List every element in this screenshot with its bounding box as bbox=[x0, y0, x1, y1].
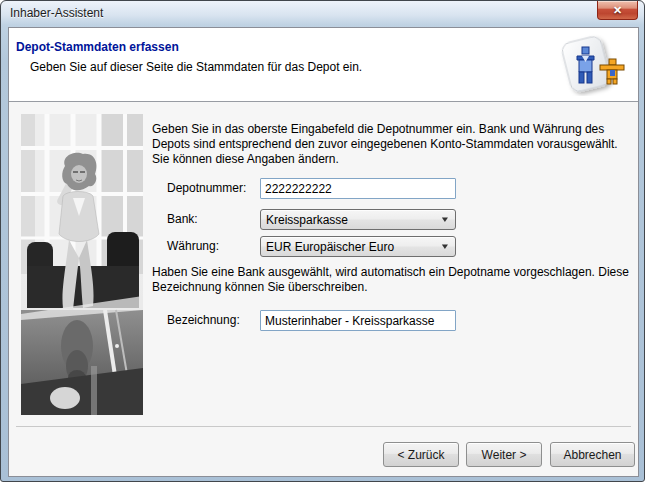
bezeichnung-label: Bezeichnung: bbox=[167, 310, 240, 331]
window-title: Inhaber-Assistent bbox=[10, 6, 103, 20]
bezeichnung-input[interactable] bbox=[260, 310, 456, 331]
title-bar[interactable]: Inhaber-Assistent ✕ bbox=[1, 1, 644, 27]
note-text: Haben Sie eine Bank ausgewählt, wird aut… bbox=[152, 265, 634, 295]
owner-photo bbox=[21, 114, 143, 415]
wizard-person-card-icon bbox=[552, 32, 630, 96]
close-icon: ✕ bbox=[613, 5, 622, 16]
depotnummer-input[interactable] bbox=[260, 178, 456, 199]
bank-select[interactable]: Kreissparkasse ▼ bbox=[260, 209, 456, 230]
chevron-down-icon: ▼ bbox=[440, 242, 452, 251]
wizard-header: Depot-Stammdaten erfassen Geben Sie auf … bbox=[9, 28, 638, 102]
bank-label: Bank: bbox=[167, 209, 198, 230]
back-button[interactable]: < Zurück bbox=[383, 442, 459, 467]
page-subtitle: Geben Sie auf dieser Seite die Stammdate… bbox=[30, 60, 362, 74]
waehrung-selected-value: EUR Europäischer Euro bbox=[266, 240, 394, 254]
cancel-button[interactable]: Abbrechen bbox=[550, 442, 635, 467]
dialog-window: Inhaber-Assistent ✕ Depot-Stammdaten erf… bbox=[0, 0, 645, 482]
close-button[interactable]: ✕ bbox=[597, 1, 638, 20]
page-title: Depot-Stammdaten erfassen bbox=[16, 40, 179, 54]
waehrung-label: Währung: bbox=[167, 236, 219, 257]
next-button[interactable]: Weiter > bbox=[466, 442, 542, 467]
chevron-down-icon: ▼ bbox=[440, 215, 452, 224]
bank-selected-value: Kreissparkasse bbox=[266, 213, 348, 227]
depotnummer-label: Depotnummer: bbox=[167, 178, 246, 199]
footer-divider bbox=[16, 426, 631, 427]
intro-text: Geben Sie in das oberste Eingabefeld die… bbox=[152, 122, 634, 167]
dialog-client-area: Depot-Stammdaten erfassen Geben Sie auf … bbox=[8, 27, 639, 477]
waehrung-select[interactable]: EUR Europäischer Euro ▼ bbox=[260, 236, 456, 257]
